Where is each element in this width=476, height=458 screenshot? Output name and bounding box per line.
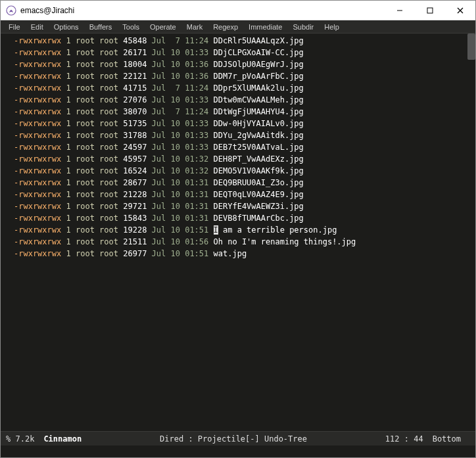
file-name[interactable]: DDYu_2gVwAAitdk.jpg [214, 131, 304, 140]
menu-subdir[interactable]: Subdir [287, 22, 319, 32]
menu-buffers[interactable]: Buffers [84, 22, 118, 32]
svg-rect-2 [427, 8, 433, 13]
file-name[interactable]: DEB7t25V0AATvaL.jpg [214, 143, 304, 152]
file-name[interactable]: DDcRlr5UAAALqzX.jpg [214, 36, 304, 45]
menu-bar: FileEditOptionsBuffersToolsOperateMarkRe… [1, 20, 475, 34]
file-name[interactable]: DEH8PT_VwAAdEXz.jpg [214, 154, 304, 164]
dired-row[interactable]: -rwxrwxrwx 1 root root 15843 Jul 10 01:3… [14, 212, 475, 224]
mode-line: % 7.2k Cinnamon Dired : Projectile[-] Un… [1, 431, 475, 446]
dired-row[interactable]: -rwxrwxrwx 1 root root 26171 Jul 10 01:3… [14, 47, 475, 58]
dired-row[interactable]: -rwxrwxrwx 1 root root 21511 Jul 10 01:5… [14, 236, 475, 248]
minibuffer[interactable] [1, 446, 475, 457]
dired-row[interactable]: -rwxrwxrwx 1 root root 41715 Jul 7 11:24… [14, 82, 475, 94]
dired-row[interactable]: -rwxrwxrwx 1 root root 22121 Jul 10 01:3… [14, 70, 475, 82]
modeline-modes: Dired : Projectile[-] Undo-Tree [160, 434, 307, 444]
menu-operate[interactable]: Operate [145, 22, 181, 32]
file-name[interactable]: DEMO5V1V0AAKf9k.jpg [214, 166, 304, 175]
dired-row[interactable]: -rwxrwxrwx 1 root root 21228 Jul 10 01:3… [14, 189, 475, 200]
menu-options[interactable]: Options [49, 22, 84, 32]
menu-edit[interactable]: Edit [26, 22, 49, 32]
file-name[interactable]: DDtWgFjUMAAHYU4.jpg [214, 107, 304, 116]
file-name[interactable]: DDw-0HjVYAIALv0.jpg [214, 119, 304, 128]
menu-regexp[interactable]: Regexp [208, 22, 243, 32]
menu-help[interactable]: Help [319, 22, 345, 32]
menu-tools[interactable]: Tools [117, 22, 145, 32]
file-name[interactable]: wat.jpg [214, 249, 247, 258]
minimize-button[interactable] [385, 1, 415, 20]
file-name[interactable]: DERYfE4VwAEWZ3i.jpg [214, 202, 304, 211]
modeline-scroll: Bottom [433, 434, 461, 444]
dired-row[interactable]: -rwxrwxrwx 1 root root 27076 Jul 10 01:3… [14, 94, 475, 106]
dired-row[interactable]: -rwxrwxrwx 1 root root 38070 Jul 7 11:24… [14, 106, 475, 118]
file-name[interactable]: DDM7r_pVoAArFbC.jpg [214, 72, 304, 81]
menu-file[interactable]: File [3, 22, 26, 32]
dired-row[interactable]: -rwxrwxrwx 1 root root 29721 Jul 10 01:3… [14, 200, 475, 212]
dired-row[interactable]: -rwxrwxrwx 1 root root 31788 Jul 10 01:3… [14, 129, 475, 141]
close-button[interactable] [445, 1, 475, 20]
menu-immediate[interactable]: Immediate [243, 22, 287, 32]
dired-row[interactable]: -rwxrwxrwx 1 root root 51735 Jul 10 01:3… [14, 118, 475, 129]
file-name[interactable]: DEQT0qLV0AAZ4E9.jpg [214, 190, 304, 199]
file-name[interactable]: DDpr5XlUMAAk2lu.jpg [214, 83, 304, 93]
file-name[interactable]: DDJSOlpU0AEgWrJ.jpg [214, 60, 304, 69]
dired-row[interactable]: -rwxrwxrwx 1 root root 45848 Jul 7 11:24… [14, 35, 475, 47]
dired-row[interactable]: -rwxrwxrwx 1 root root 18004 Jul 10 01:3… [14, 58, 475, 70]
file-name[interactable]: DEQ9BRUU0AI_Z3o.jpg [214, 178, 304, 187]
dired-row[interactable]: -rwxrwxrwx 1 root root 19228 Jul 10 01:5… [14, 224, 475, 236]
file-name[interactable]: DDtw0mCVwAALMeh.jpg [214, 95, 304, 104]
maximize-button[interactable] [415, 1, 445, 20]
scrollbar-thumb[interactable] [467, 34, 475, 60]
modeline-buffer-name: Cinnamon [43, 434, 82, 444]
dired-buffer[interactable]: -rwxrwxrwx 1 root root 45848 Jul 7 11:24… [1, 34, 475, 431]
app-icon [6, 5, 16, 16]
dired-row[interactable]: -rwxrwxrwx 1 root root 24597 Jul 10 01:3… [14, 141, 475, 153]
dired-row[interactable]: -rwxrwxrwx 1 root root 45957 Jul 10 01:3… [14, 153, 475, 165]
dired-row[interactable]: -rwxrwxrwx 1 root root 28677 Jul 10 01:3… [14, 177, 475, 189]
file-name[interactable]: Oh no I'm renaming things!.jpg [214, 237, 356, 246]
dired-row[interactable]: -rwxrwxrwx 1 root root 16524 Jul 10 01:3… [14, 165, 475, 177]
modeline-modified: % 7.2k [6, 434, 34, 444]
menu-mark[interactable]: Mark [181, 22, 208, 32]
modeline-position: 112 : 44 [385, 434, 423, 444]
window-titlebar: emacs@Jirachi [1, 1, 475, 20]
dired-row[interactable]: -rwxrwxrwx 1 root root 26977 Jul 10 01:5… [14, 248, 475, 260]
file-name[interactable]: DEVB8fTUMAArCbc.jpg [214, 214, 304, 223]
window-title: emacs@Jirachi [20, 6, 385, 15]
file-name[interactable]: I am a terrible person.jpg [214, 225, 337, 235]
file-name[interactable]: DDjCLPGXoAIW-CC.jpg [214, 48, 304, 57]
